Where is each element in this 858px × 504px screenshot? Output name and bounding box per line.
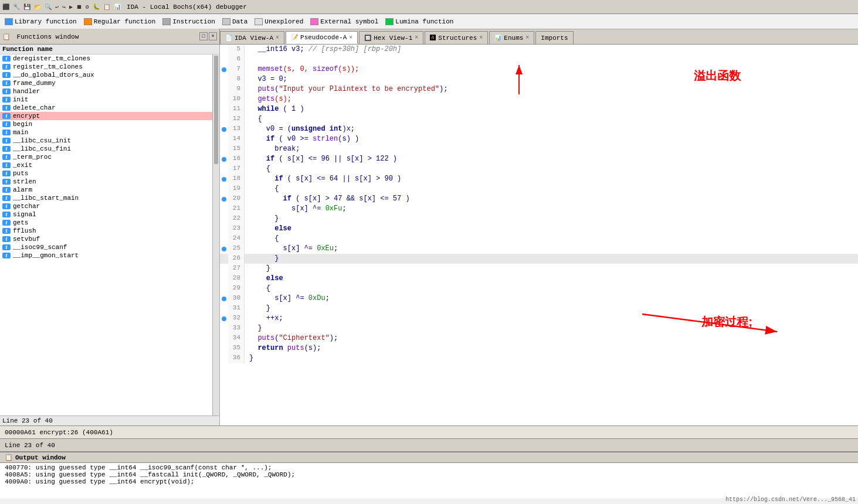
- tab-enums-close[interactable]: ×: [525, 35, 529, 41]
- function-list-item[interactable]: f__libc_csu_init: [0, 137, 212, 145]
- tab-enums[interactable]: 📊 Enums ×: [489, 31, 534, 44]
- sidebar-scrollbar[interactable]: [212, 55, 219, 416]
- code-line[interactable]: 11 while ( 1 ): [220, 104, 858, 114]
- function-list-item[interactable]: finit: [0, 96, 212, 104]
- code-line[interactable]: 26 }: [220, 254, 858, 264]
- code-line[interactable]: 31 }: [220, 304, 858, 314]
- line-content: return puts(s);: [245, 343, 858, 353]
- function-list-item[interactable]: fsignal: [0, 210, 212, 219]
- output-content[interactable]: 400770: using guessed type __int64 __iso…: [0, 463, 858, 498]
- code-line[interactable]: 30 s[x] ^= 0xDu;: [220, 294, 858, 304]
- tab-pseudocode-a[interactable]: 📝 Pseudocode-A ×: [286, 31, 358, 44]
- tab-pseudocode-a-close[interactable]: ×: [349, 35, 352, 41]
- function-list-item[interactable]: fdelete_char: [0, 104, 212, 112]
- function-icon: f: [2, 195, 11, 201]
- breakpoint-dot: [220, 274, 228, 284]
- code-line[interactable]: 25 s[x] ^= 0xEu;: [220, 244, 858, 254]
- code-line[interactable]: 22 }: [220, 214, 858, 224]
- code-line[interactable]: 16 if ( s[x] <= 96 || s[x] > 122 ): [220, 154, 858, 164]
- function-name: __libc_start_main: [13, 195, 79, 202]
- legend-unexplored: Unexplored: [255, 18, 303, 25]
- line-number: 29: [228, 284, 245, 294]
- code-line[interactable]: 8 v3 = 0;: [220, 74, 858, 84]
- legend-unexplored-color: [255, 18, 263, 25]
- function-list-item[interactable]: fstrlen: [0, 178, 212, 186]
- code-line[interactable]: 12 {: [220, 114, 858, 124]
- function-list-item[interactable]: ffflush: [0, 227, 212, 235]
- breakpoint-dot: [220, 64, 228, 74]
- code-line[interactable]: 24 {: [220, 234, 858, 244]
- line-number: 14: [228, 134, 245, 144]
- code-line[interactable]: 10 gets(s);: [220, 94, 858, 104]
- code-line[interactable]: 36}: [220, 353, 858, 363]
- code-line[interactable]: 15 break;: [220, 144, 858, 154]
- function-name: __do_global_dtors_aux: [13, 71, 94, 79]
- function-list-item[interactable]: f_term_proc: [0, 153, 212, 161]
- line-number: 27: [228, 264, 245, 274]
- tab-structures[interactable]: 🅰 Structures ×: [425, 31, 488, 44]
- tab-structures-close[interactable]: ×: [479, 35, 483, 41]
- function-list-item[interactable]: fderegister_tm_clones: [0, 55, 212, 63]
- function-list-item[interactable]: fputs: [0, 169, 212, 178]
- function-name: alarm: [13, 186, 32, 193]
- code-line[interactable]: 5 __int16 v3; // [rsp+30h] [rbp-20h]: [220, 45, 858, 55]
- function-list-item[interactable]: fregister_tm_clones: [0, 63, 212, 71]
- function-list-item[interactable]: falarm: [0, 186, 212, 194]
- code-line[interactable]: 32 ++x;: [220, 314, 858, 323]
- code-line[interactable]: 6: [220, 55, 858, 64]
- tab-ida-view-a-close[interactable]: ×: [276, 35, 279, 41]
- code-line[interactable]: 21 s[x] ^= 0xFu;: [220, 204, 858, 214]
- code-line[interactable]: 33 }: [220, 323, 858, 333]
- code-line[interactable]: 9 puts("Input your Plaintext to be encry…: [220, 84, 858, 94]
- function-list-item[interactable]: f__isoc99_scanf: [0, 243, 212, 251]
- function-list-item[interactable]: f_exit: [0, 161, 212, 169]
- code-line[interactable]: 35 return puts(s);: [220, 343, 858, 353]
- code-line[interactable]: 13 v0 = (unsigned int)x;: [220, 124, 858, 134]
- function-list-item[interactable]: f__libc_start_main: [0, 194, 212, 202]
- sidebar-restore-btn[interactable]: □: [199, 32, 208, 40]
- function-list-item[interactable]: fhandler: [0, 87, 212, 96]
- code-line[interactable]: 20 if ( s[x] > 47 && s[x] <= 57 ): [220, 194, 858, 204]
- code-line[interactable]: 23 else: [220, 224, 858, 234]
- sidebar-footer: Line 23 of 40: [0, 416, 219, 425]
- breakpoint-dot: [220, 55, 228, 64]
- function-icon: f: [2, 220, 11, 226]
- breakpoint-dot: [220, 264, 228, 274]
- function-list-item[interactable]: f__libc_csu_fini: [0, 145, 212, 153]
- url-bar: https://blog.csdn.net/Vere..._9568_41: [725, 496, 856, 498]
- code-line[interactable]: 29 {: [220, 284, 858, 294]
- function-list-item[interactable]: f__imp__gmon_start: [0, 251, 212, 260]
- breakpoint-dot: [220, 104, 228, 114]
- addr-text: 00000A61 encrypt:26 (400A61): [5, 429, 113, 436]
- function-list[interactable]: fderegister_tm_clonesfregister_tm_clones…: [0, 55, 212, 416]
- code-line[interactable]: 27 }: [220, 264, 858, 274]
- function-list-item[interactable]: fencrypt: [0, 112, 212, 120]
- code-line[interactable]: 19 {: [220, 184, 858, 194]
- code-line[interactable]: 14 if ( v0 >= strlen(s) ): [220, 134, 858, 144]
- function-name: _exit: [13, 162, 32, 169]
- function-list-item[interactable]: fgetchar: [0, 202, 212, 210]
- function-list-item[interactable]: f__do_global_dtors_aux: [0, 71, 212, 79]
- function-list-item[interactable]: fbegin: [0, 120, 212, 128]
- code-line[interactable]: 34 puts("Ciphertext");: [220, 333, 858, 343]
- code-line[interactable]: 7 memset(s, 0, sizeof(s));: [220, 64, 858, 74]
- code-lines-container: 5 __int16 v3; // [rsp+30h] [rbp-20h]67 m…: [220, 45, 858, 363]
- tab-ida-view-a[interactable]: 📄 IDA View-A ×: [220, 31, 284, 44]
- line-content: s[x] ^= 0xDu;: [245, 294, 858, 304]
- code-line[interactable]: 18 if ( s[x] <= 64 || s[x] > 90 ): [220, 174, 858, 184]
- line-content: }: [245, 264, 858, 274]
- function-list-item[interactable]: fframe_dummy: [0, 79, 212, 87]
- tab-hex-view-1-close[interactable]: ×: [415, 35, 418, 41]
- sidebar-close-btn[interactable]: ×: [209, 32, 217, 40]
- function-list-item[interactable]: fmain: [0, 128, 212, 137]
- code-area[interactable]: 5 __int16 v3; // [rsp+30h] [rbp-20h]67 m…: [220, 45, 858, 425]
- function-list-item[interactable]: fgets: [0, 219, 212, 227]
- tab-hex-view-1[interactable]: 🔲 Hex View-1 ×: [359, 31, 423, 44]
- code-line[interactable]: 17 {: [220, 164, 858, 174]
- tab-imports[interactable]: Imports: [535, 31, 573, 44]
- code-line[interactable]: 28 else: [220, 274, 858, 284]
- function-name: gets: [13, 219, 28, 226]
- function-icon: f: [2, 154, 11, 160]
- function-list-item[interactable]: fsetvbuf: [0, 235, 212, 243]
- function-icon: f: [2, 203, 11, 209]
